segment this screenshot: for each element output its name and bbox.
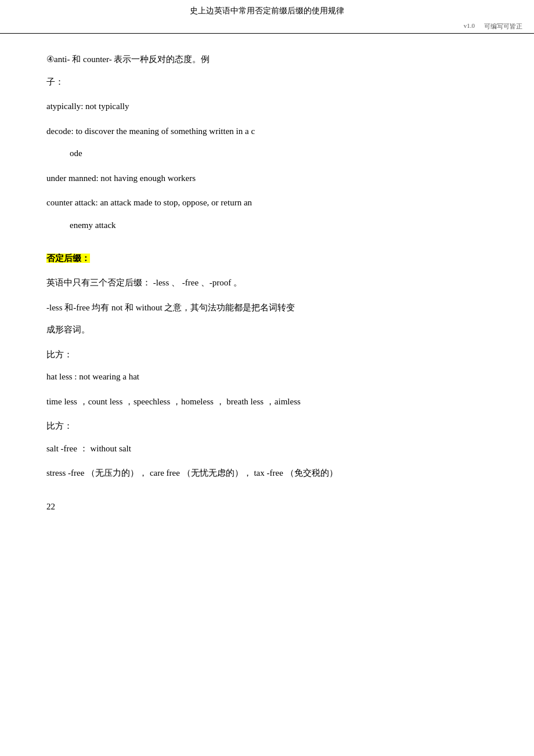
top-bar: v1.0 可编写可皆正 bbox=[0, 20, 534, 34]
decode-line-1: decode: to discover the meaning of somet… bbox=[46, 123, 488, 140]
negative-suffix-title: 否定后缀： bbox=[46, 251, 488, 266]
version-label: v1.0 bbox=[464, 22, 475, 31]
counterattack-line-1: counter attack: an attack made to stop, … bbox=[46, 194, 488, 211]
less-free-meaning-line: -less 和-free 均有 not 和 without 之意，其句法功能都是… bbox=[46, 299, 488, 316]
section-anti-counter: ④anti- 和 counter- 表示一种反对的态度。例 子： atypica… bbox=[46, 51, 488, 233]
atypically-line: atypically: not typically bbox=[46, 98, 488, 115]
page-number: 22 bbox=[46, 499, 488, 515]
saltfree-line: salt -free ： without salt bbox=[46, 440, 488, 457]
main-content: ④anti- 和 counter- 表示一种反对的态度。例 子： atypica… bbox=[0, 34, 534, 538]
timeless-list-line: time less ，count less ，speechless ，homel… bbox=[46, 393, 488, 410]
anti-counter-intro: ④anti- 和 counter- 表示一种反对的态度。例 bbox=[46, 51, 488, 68]
decode-line-2: ode bbox=[46, 145, 488, 162]
hatless-line: hat less : not wearing a hat bbox=[46, 368, 488, 385]
adjective-transform-line: 成形容词。 bbox=[46, 321, 488, 338]
counterattack-line-2: enemy attack bbox=[46, 217, 488, 234]
three-suffixes-line: 英语中只有三个否定后缀： -less 、 -free 、-proof 。 bbox=[46, 274, 488, 291]
page-title: 史上边英语中常用否定前缀后缀的使用规律 bbox=[0, 0, 534, 20]
undermanned-line: under manned: not having enough workers bbox=[46, 170, 488, 187]
stressfree-list-line: stress -free （无压力的）， care free （无忧无虑的）， … bbox=[46, 465, 488, 482]
example-label-1: 子： bbox=[46, 74, 488, 91]
example-label-3: 比方： bbox=[46, 418, 488, 435]
example-label-2: 比方： bbox=[46, 346, 488, 363]
rights-label: 可编写可皆正 bbox=[484, 22, 522, 31]
section-negative-suffix: 否定后缀： 英语中只有三个否定后缀： -less 、 -free 、-proof… bbox=[46, 251, 488, 482]
